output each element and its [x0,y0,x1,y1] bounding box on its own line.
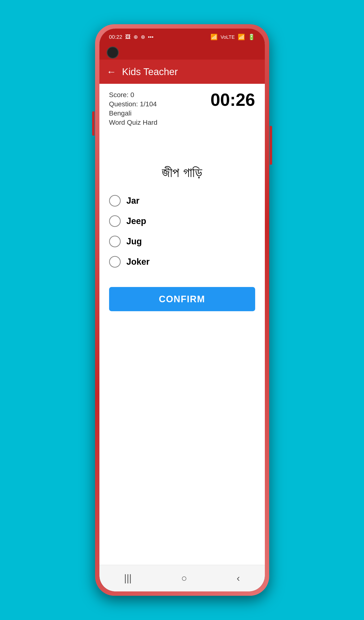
photo-icon: 🖼 [125,34,131,40]
option-joker-label: Joker [127,257,150,267]
mode-label: Word Quiz Hard [109,119,158,126]
status-left: 00:22 🖼 ⊕ ⊕ ••• [109,34,154,40]
options-container: Jar Jeep Jug [109,195,255,268]
language-label: Bengali [109,109,158,117]
recent-apps-button[interactable]: ||| [124,573,131,584]
question-area: জীপ গাড়ি Jar [109,131,255,344]
grid-icon: ⊕ [133,34,138,40]
phone-device: 00:22 🖼 ⊕ ⊕ ••• 📶 VoLTE 📶 🔋 [95,24,269,596]
timer-display: 00:26 [210,91,255,108]
radio-jug[interactable] [109,236,121,247]
wifi-icon: 📶 [210,34,218,40]
confirm-button[interactable]: CONFIRM [109,287,255,311]
option-joker[interactable]: Joker [109,256,255,268]
quiz-header: Score: 0 Question: 1/104 Bengali Word Qu… [109,91,255,126]
battery-icon: 🔋 [248,34,255,40]
signal-label: VoLTE [220,34,235,40]
main-content: Score: 0 Question: 1/104 Bengali Word Qu… [99,84,265,565]
bottom-nav: ||| ○ ‹ [99,565,265,591]
home-button[interactable]: ○ [181,573,187,584]
screen: 00:22 🖼 ⊕ ⊕ ••• 📶 VoLTE 📶 🔋 [99,29,265,591]
grid2-icon: ⊕ [141,34,145,40]
back-button[interactable]: ← [107,66,116,77]
more-icon: ••• [148,34,154,40]
option-jug[interactable]: Jug [109,236,255,247]
score-label: Score: 0 [109,91,158,99]
signal-bars-icon: 📶 [238,34,245,40]
option-jeep[interactable]: Jeep [109,215,255,227]
option-jug-label: Jug [127,236,142,247]
content-spacer [109,344,255,558]
phone-screen-border: 00:22 🖼 ⊕ ⊕ ••• 📶 VoLTE 📶 🔋 [99,29,265,591]
option-jar[interactable]: Jar [109,195,255,207]
front-camera [107,46,119,59]
app-title: Kids Teacher [122,66,178,77]
camera-area [99,46,265,60]
question-label: Question: 1/104 [109,100,158,108]
status-bar: 00:22 🖼 ⊕ ⊕ ••• 📶 VoLTE 📶 🔋 [99,29,265,46]
back-nav-button[interactable]: ‹ [237,573,240,584]
quiz-info: Score: 0 Question: 1/104 Bengali Word Qu… [109,91,158,126]
option-jeep-label: Jeep [127,216,146,226]
radio-joker[interactable] [109,256,121,268]
app-bar: ← Kids Teacher [99,60,265,84]
question-text: জীপ গাড়ি [162,164,202,180]
option-jar-label: Jar [127,196,140,206]
time-display: 00:22 [109,34,122,40]
radio-jeep[interactable] [109,215,121,227]
status-right: 📶 VoLTE 📶 🔋 [210,34,255,40]
radio-jar[interactable] [109,195,121,207]
